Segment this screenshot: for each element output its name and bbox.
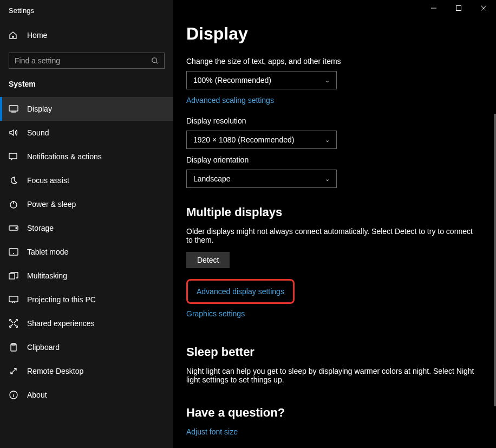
search-icon: [151, 57, 159, 64]
svg-rect-1: [9, 106, 18, 111]
window-controls: [421, 0, 496, 16]
nav-label: Display: [27, 105, 52, 113]
app-title: Settings: [0, 4, 173, 25]
scrollbar[interactable]: [494, 114, 496, 406]
maximize-button[interactable]: [446, 0, 471, 16]
multitasking-icon: [9, 271, 18, 281]
home-button[interactable]: Home: [0, 25, 173, 45]
multiple-displays-body: Older displays might not always connect …: [186, 227, 474, 244]
nav-label: Storage: [27, 224, 54, 232]
nav-item-remote[interactable]: Remote Desktop: [0, 359, 173, 383]
nav-item-focus-assist[interactable]: Focus assist: [0, 168, 173, 192]
nav-label: Shared experiences: [27, 319, 95, 328]
nav-label: Projecting to this PC: [27, 295, 96, 304]
nav-label: Sound: [27, 128, 49, 137]
nav-item-multitasking[interactable]: Multitasking: [0, 264, 173, 288]
minimize-button[interactable]: [421, 0, 446, 16]
nav-label: Multitasking: [27, 271, 67, 280]
resolution-value: 1920 × 1080 (Recommended): [193, 135, 294, 144]
svg-point-12: [16, 326, 18, 328]
display-icon: [9, 104, 18, 114]
sound-icon: [9, 128, 18, 138]
chevron-down-icon: ⌄: [325, 176, 330, 183]
scale-select[interactable]: 100% (Recommended) ⌄: [186, 71, 337, 89]
highlight-annotation: Advanced display settings: [186, 279, 295, 304]
nav-item-clipboard[interactable]: Clipboard: [0, 335, 173, 359]
nav-item-display[interactable]: Display: [0, 97, 173, 121]
tablet-icon: [9, 247, 18, 257]
adjust-font-link[interactable]: Adjust font size: [186, 427, 238, 436]
storage-icon: [9, 223, 18, 233]
scale-value: 100% (Recommended): [193, 76, 271, 85]
nav-item-notifications[interactable]: Notifications & actions: [0, 145, 173, 168]
shared-icon: [9, 319, 18, 328]
nav-label: Clipboard: [27, 343, 60, 352]
sleep-better-title: Sleep better: [186, 345, 474, 359]
remote-icon: [9, 366, 18, 376]
nav-item-about[interactable]: About: [0, 383, 173, 407]
nav-label: Focus assist: [27, 176, 69, 185]
svg-point-9: [10, 320, 11, 321]
svg-point-10: [16, 320, 18, 321]
sidebar: Settings Home System Display Sound Notif…: [0, 0, 173, 448]
chevron-down-icon: ⌄: [325, 77, 330, 84]
svg-point-0: [152, 58, 157, 63]
graphics-settings-link[interactable]: Graphics settings: [186, 309, 245, 318]
main-panel: Display Change the size of text, apps, a…: [173, 0, 496, 448]
multiple-displays-title: Multiple displays: [186, 205, 474, 219]
category-label: System: [0, 80, 173, 97]
nav-item-storage[interactable]: Storage: [0, 216, 173, 240]
nav-item-sound[interactable]: Sound: [0, 121, 173, 145]
orientation-select[interactable]: Landscape ⌄: [186, 170, 337, 188]
scrollbar-thumb[interactable]: [494, 114, 496, 406]
page-title: Display: [186, 24, 474, 44]
moon-icon: [9, 176, 18, 185]
scale-label: Change the size of text, apps, and other…: [186, 57, 474, 66]
nav-label: Notifications & actions: [27, 152, 102, 161]
nav-label: Power & sleep: [27, 200, 76, 209]
svg-rect-6: [9, 249, 18, 255]
nav-label: Remote Desktop: [27, 367, 83, 375]
orientation-value: Landscape: [193, 174, 231, 183]
nav-list: Display Sound Notifications & actions Fo…: [0, 97, 173, 407]
search-box[interactable]: [9, 53, 165, 69]
nav-item-power[interactable]: Power & sleep: [0, 192, 173, 216]
info-icon: [9, 390, 18, 400]
chevron-down-icon: ⌄: [325, 137, 330, 144]
nav-item-shared[interactable]: Shared experiences: [0, 311, 173, 335]
svg-point-11: [10, 326, 11, 328]
question-title: Have a question?: [186, 406, 474, 420]
nav-label: About: [27, 391, 47, 399]
nav-item-projecting[interactable]: Projecting to this PC: [0, 288, 173, 311]
svg-rect-7: [9, 274, 15, 279]
resolution-label: Display resolution: [186, 116, 474, 125]
close-button[interactable]: [471, 0, 496, 16]
svg-rect-8: [9, 296, 18, 302]
sleep-better-body: Night light can help you get to sleep by…: [186, 367, 474, 384]
advanced-display-link[interactable]: Advanced display settings: [197, 287, 284, 296]
projecting-icon: [9, 295, 18, 304]
resolution-select[interactable]: 1920 × 1080 (Recommended) ⌄: [186, 131, 337, 149]
svg-point-5: [16, 228, 17, 229]
notifications-icon: [9, 152, 18, 161]
content-area: Display Change the size of text, apps, a…: [173, 0, 496, 448]
power-icon: [9, 199, 18, 209]
detect-button[interactable]: Detect: [186, 252, 230, 268]
home-icon: [9, 31, 18, 40]
nav-label: Tablet mode: [27, 248, 68, 256]
svg-rect-2: [9, 153, 17, 159]
orientation-label: Display orientation: [186, 155, 474, 164]
search-input[interactable]: [15, 56, 151, 65]
home-label: Home: [27, 31, 47, 40]
clipboard-icon: [9, 342, 18, 352]
svg-rect-16: [456, 6, 461, 11]
advanced-scaling-link[interactable]: Advanced scaling settings: [186, 96, 274, 105]
nav-item-tablet[interactable]: Tablet mode: [0, 240, 173, 264]
